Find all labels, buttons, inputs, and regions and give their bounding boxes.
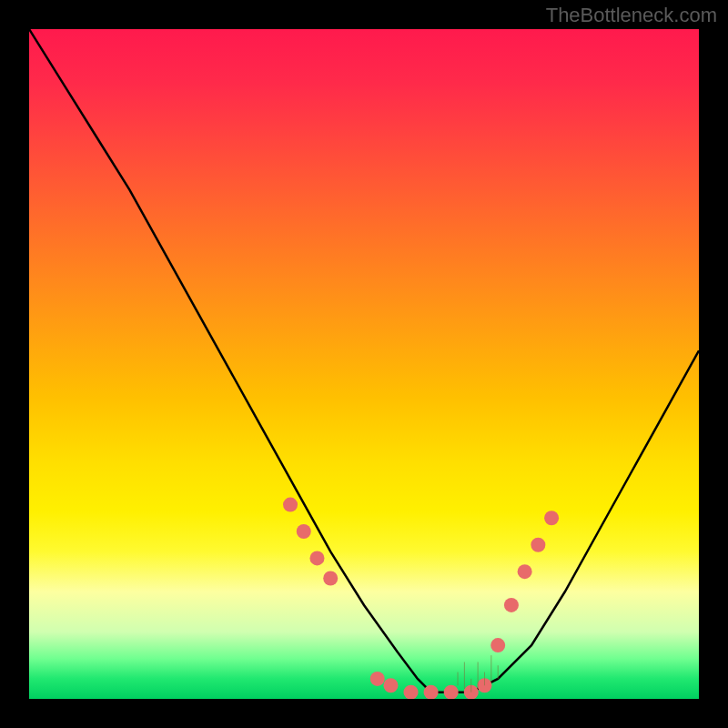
chart-marker xyxy=(518,564,532,579)
bottleneck-curve-line xyxy=(29,29,699,693)
chart-marker xyxy=(504,598,519,612)
chart-marker xyxy=(283,498,298,512)
chart-markers xyxy=(283,498,559,699)
chart-marker xyxy=(477,678,491,693)
chart-spikes xyxy=(458,655,498,692)
chart-marker xyxy=(544,511,559,525)
chart-marker xyxy=(309,551,324,565)
chart-marker xyxy=(370,672,385,686)
chart-marker xyxy=(424,685,439,699)
chart-marker xyxy=(531,538,545,552)
chart-plot-area xyxy=(29,29,699,699)
chart-marker xyxy=(404,685,419,699)
chart-marker xyxy=(297,524,311,539)
chart-marker xyxy=(383,678,398,693)
chart-marker xyxy=(444,685,459,699)
watermark-text: TheBottleneck.com xyxy=(546,4,717,27)
chart-marker xyxy=(323,571,338,586)
chart-marker xyxy=(490,638,505,652)
chart-curve xyxy=(29,29,699,693)
chart-marker xyxy=(464,685,479,699)
chart-svg xyxy=(29,29,699,699)
